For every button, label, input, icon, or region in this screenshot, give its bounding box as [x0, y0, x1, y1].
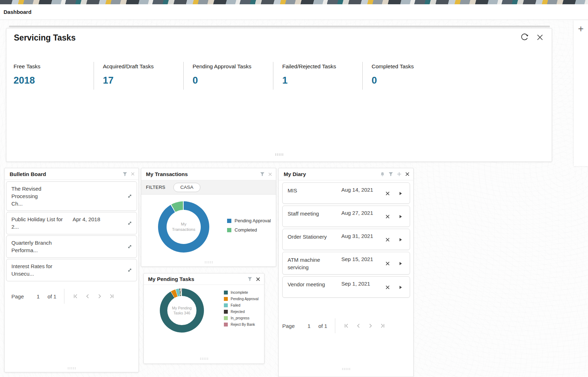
resize-handle[interactable] — [67, 367, 76, 370]
close-icon[interactable] — [256, 277, 261, 282]
diary-entry-date: Aug 27, 2021 — [338, 210, 381, 223]
stat-free-tasks: Free Tasks 2018 — [6, 62, 94, 90]
resize-handle[interactable] — [204, 261, 213, 264]
my-pending-tasks-title: My Pending Tasks — [148, 276, 194, 282]
my-transactions-widget: My Transactions FILTERS CASA My Transact… — [141, 168, 276, 267]
bulletin-item-date: Apr 4, 2018 — [73, 216, 100, 223]
bulletin-item[interactable]: Quarterly Branch Performa... — [6, 235, 137, 258]
open-entry-icon[interactable] — [399, 285, 403, 290]
diary-entry-date: Aug 14, 2021 — [338, 187, 381, 200]
legend-item: Incomplete — [224, 291, 258, 294]
page-title: Dashboard — [4, 9, 31, 15]
add-widget-button[interactable]: + — [574, 22, 588, 36]
filter-chip-casa[interactable]: CASA — [173, 183, 201, 192]
legend-swatch — [227, 219, 231, 223]
my-transactions-title: My Transactions — [146, 171, 188, 177]
filters-bar: FILTERS CASA — [141, 180, 276, 195]
add-entry-icon[interactable] — [397, 172, 401, 176]
delete-entry-icon[interactable] — [385, 191, 390, 196]
expand-icon[interactable] — [127, 221, 132, 226]
open-entry-icon[interactable] — [399, 214, 403, 219]
bulletin-item[interactable]: The Revised Processing Ch... — [6, 181, 137, 211]
legend-item: Rejected — [224, 310, 258, 314]
my-pending-tasks-widget: My Pending Tasks My Pending Tasks 346 In… — [143, 273, 264, 364]
legend-item: Pending Approval — [224, 297, 258, 301]
expand-icon[interactable] — [127, 267, 132, 273]
close-icon[interactable] — [405, 172, 410, 176]
legend-swatch — [224, 323, 228, 326]
stat-value[interactable]: 0 — [372, 75, 552, 86]
bell-icon[interactable] — [380, 172, 385, 177]
expand-icon[interactable] — [127, 193, 132, 199]
bulletin-item-title: Interest Rates for Unsecu... — [11, 262, 68, 277]
decorative-banner — [0, 0, 588, 4]
my-pending-tasks-donut-chart[interactable]: My Pending Tasks 346 — [160, 288, 204, 333]
my-transactions-donut-chart[interactable]: My Transactions — [158, 201, 209, 253]
stat-value[interactable]: 1 — [282, 75, 362, 86]
prev-page-icon[interactable] — [85, 294, 90, 299]
legend-item: Failed — [224, 303, 258, 307]
last-page-icon[interactable] — [380, 323, 385, 328]
diary-entry-date: Sep 1, 2021 — [338, 281, 381, 294]
filter-icon[interactable] — [247, 277, 252, 281]
legend-swatch — [224, 291, 228, 294]
next-page-icon[interactable] — [97, 294, 102, 299]
servicing-tasks-title: Servicing Tasks — [14, 33, 75, 43]
diary-entry-title: Staff meeting — [288, 210, 338, 223]
my-diary-title: My Diary — [284, 171, 306, 177]
delete-entry-icon[interactable] — [385, 214, 390, 219]
open-entry-icon[interactable] — [399, 238, 403, 242]
resize-handle[interactable] — [275, 153, 283, 156]
page-number-input[interactable]: 1 — [308, 323, 310, 329]
legend-swatch — [224, 297, 228, 301]
horizontal-scrollbar[interactable] — [9, 26, 550, 27]
diary-entry-title: Order Stationery — [288, 233, 338, 246]
expand-icon[interactable] — [127, 244, 132, 249]
filter-icon[interactable] — [388, 172, 393, 176]
diary-entry[interactable]: Staff meeting Aug 27, 2021 — [282, 206, 410, 227]
diary-entry[interactable]: Vendor meeting Sep 1, 2021 — [282, 276, 410, 298]
delete-entry-icon[interactable] — [385, 238, 390, 242]
resize-handle[interactable] — [200, 357, 208, 360]
stat-value[interactable]: 17 — [103, 75, 183, 86]
resize-handle[interactable] — [342, 368, 350, 370]
filters-label: FILTERS — [146, 185, 166, 190]
diary-entry[interactable]: ATM machine servicing Sep 15, 2021 — [282, 252, 410, 275]
filter-icon[interactable] — [122, 172, 127, 176]
my-pending-tasks-legend: Incomplete Pending Approval Failed Rejec… — [224, 291, 258, 326]
close-icon[interactable] — [536, 33, 544, 42]
delete-entry-icon[interactable] — [385, 285, 390, 290]
close-icon[interactable] — [268, 172, 272, 176]
open-entry-icon[interactable] — [399, 191, 403, 196]
first-page-icon[interactable] — [344, 323, 349, 328]
legend-swatch — [227, 228, 231, 232]
bulletin-item-title: The Revised Processing Ch... — [11, 185, 68, 207]
diary-entry[interactable]: MIS Aug 14, 2021 — [282, 182, 410, 204]
refresh-icon[interactable] — [520, 33, 529, 42]
prev-page-icon[interactable] — [356, 323, 361, 328]
diary-entry-date: Sep 15, 2021 — [338, 256, 381, 271]
bulletin-board-widget: Bulletin Board The Revised Processing Ch… — [4, 168, 139, 372]
delete-entry-icon[interactable] — [385, 261, 390, 266]
stat-pending-approval-tasks: Pending Approval Tasks 0 — [184, 62, 273, 90]
first-page-icon[interactable] — [73, 294, 78, 299]
open-entry-icon[interactable] — [399, 261, 403, 266]
legend-swatch — [224, 310, 228, 314]
close-icon[interactable] — [131, 172, 135, 176]
bulletin-board-title: Bulletin Board — [10, 171, 46, 177]
stat-value[interactable]: 0 — [193, 75, 273, 86]
diary-entry[interactable]: Order Stationery Aug 31, 2021 — [282, 229, 410, 250]
diary-entry-title: Vendor meeting — [288, 281, 338, 294]
legend-item: Reject By Bank — [224, 323, 258, 326]
page-number-input[interactable]: 1 — [37, 293, 40, 299]
next-page-icon[interactable] — [368, 323, 373, 328]
my-transactions-legend: Pending Approval Completed — [227, 218, 271, 233]
bulletin-item[interactable]: Public Holiday List for 2... Apr 4, 2018 — [6, 212, 137, 234]
bulletin-item[interactable]: Interest Rates for Unsecu... — [6, 259, 137, 281]
stat-completed-tasks: Completed Tasks 0 — [363, 62, 552, 90]
last-page-icon[interactable] — [109, 294, 114, 299]
stat-value[interactable]: 2018 — [14, 75, 94, 86]
add-widget-panel: + — [574, 20, 588, 166]
diary-entry-date: Aug 31, 2021 — [338, 233, 381, 246]
filter-icon[interactable] — [260, 172, 265, 176]
